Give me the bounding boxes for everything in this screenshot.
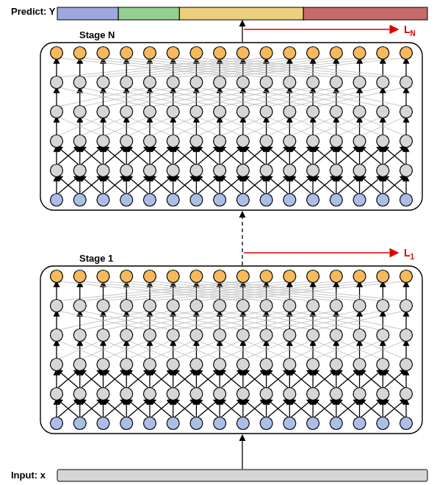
hidden-node: [51, 106, 63, 118]
hidden-node: [353, 76, 366, 89]
input-node: [51, 417, 63, 430]
hidden-node: [214, 300, 226, 312]
input-node: [283, 194, 296, 206]
hidden-node: [143, 359, 156, 371]
hidden-node: [167, 359, 179, 371]
hidden-node: [51, 300, 63, 312]
hidden-node: [353, 165, 366, 177]
output-node: [73, 270, 86, 283]
hidden-node: [190, 135, 203, 148]
hidden-node: [283, 165, 296, 177]
hidden-node: [307, 135, 319, 148]
hidden-node: [190, 388, 203, 400]
hidden-node: [260, 359, 272, 371]
hidden-node: [307, 359, 319, 371]
hidden-node: [236, 165, 249, 177]
hidden-node: [143, 165, 156, 177]
hidden-node: [51, 388, 63, 400]
output-node: [307, 47, 319, 60]
hidden-node: [307, 165, 319, 177]
hidden-node: [167, 388, 179, 400]
hidden-node: [283, 300, 296, 312]
output-node: [214, 47, 226, 60]
input-node: [97, 194, 109, 206]
hidden-node: [330, 76, 342, 89]
hidden-node: [190, 76, 203, 89]
output-node: [236, 270, 249, 283]
hidden-node: [400, 388, 413, 400]
hidden-node: [260, 76, 272, 89]
input-node: [330, 194, 342, 206]
hidden-node: [167, 300, 179, 312]
hidden-node: [330, 106, 342, 118]
hidden-node: [260, 106, 272, 118]
output-node: [51, 47, 63, 60]
input-node: [377, 417, 389, 430]
output-node: [377, 270, 389, 283]
hidden-node: [236, 359, 249, 371]
input-node: [236, 194, 249, 206]
hidden-node: [120, 300, 133, 312]
hidden-node: [73, 359, 86, 371]
hidden-node: [283, 329, 296, 342]
hidden-node: [377, 359, 389, 371]
hidden-node: [400, 135, 413, 148]
hidden-node: [353, 300, 366, 312]
hidden-node: [214, 106, 226, 118]
hidden-node: [236, 300, 249, 312]
hidden-node: [260, 135, 272, 148]
output-node: [143, 47, 156, 60]
label-predict: Predict: Y: [11, 6, 56, 17]
hidden-node: [120, 329, 133, 342]
hidden-node: [120, 359, 133, 371]
label-stage-n: Stage N: [79, 29, 115, 40]
hidden-node: [353, 329, 366, 342]
input-node: [283, 417, 296, 430]
input-node: [377, 194, 389, 206]
output-node: [167, 270, 179, 283]
predict-bar: [57, 7, 427, 20]
input-node: [190, 417, 203, 430]
input-node: [97, 417, 109, 430]
hidden-node: [307, 388, 319, 400]
hidden-node: [143, 329, 156, 342]
hidden-node: [377, 329, 389, 342]
output-node: [167, 47, 179, 60]
input-node: [307, 194, 319, 206]
input-node: [190, 194, 203, 206]
output-node: [190, 47, 203, 60]
hidden-node: [260, 329, 272, 342]
input-node: [51, 194, 63, 206]
hidden-node: [143, 106, 156, 118]
hidden-node: [97, 76, 109, 89]
hidden-node: [214, 165, 226, 177]
input-node: [73, 417, 86, 430]
hidden-node: [400, 359, 413, 371]
output-node: [330, 47, 342, 60]
output-node: [73, 47, 86, 60]
input-bar: [57, 470, 427, 481]
hidden-node: [97, 388, 109, 400]
output-node: [400, 47, 413, 60]
label-loss-1: L1: [404, 247, 415, 261]
hidden-node: [307, 329, 319, 342]
input-node: [120, 194, 133, 206]
hidden-node: [377, 106, 389, 118]
hidden-node: [120, 106, 133, 118]
hidden-node: [97, 165, 109, 177]
hidden-node: [51, 359, 63, 371]
hidden-node: [236, 76, 249, 89]
input-node: [260, 417, 272, 430]
label-input: Input: x: [11, 470, 46, 481]
hidden-node: [353, 359, 366, 371]
output-node: [260, 270, 272, 283]
hidden-node: [167, 329, 179, 342]
output-node: [214, 270, 226, 283]
hidden-node: [260, 165, 272, 177]
hidden-node: [214, 76, 226, 89]
hidden-node: [143, 388, 156, 400]
output-node: [353, 270, 366, 283]
label-stage-1: Stage 1: [79, 253, 113, 264]
input-node: [167, 194, 179, 206]
output-node: [120, 270, 133, 283]
